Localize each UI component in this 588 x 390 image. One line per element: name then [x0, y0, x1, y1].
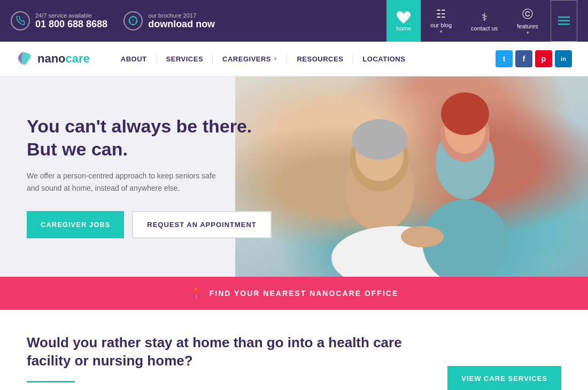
features-arrow: ▼	[525, 30, 530, 35]
hamburger-menu[interactable]	[551, 0, 577, 42]
top-bar-left: 24/7 service available 01 800 688 8688 o…	[11, 11, 386, 30]
caregiver-jobs-button[interactable]: CAREGIVER JOBS	[27, 211, 124, 238]
bottom-right: VIEW CARE SERVICES	[447, 334, 561, 390]
nav-links: ABOUT SERVICES CAREGIVERS ▼ RESOURCES LO…	[111, 42, 485, 76]
nav-locations[interactable]: LOCATIONS	[353, 42, 415, 76]
twitter-icon[interactable]: t	[496, 50, 513, 67]
linkedin-icon[interactable]: in	[555, 50, 572, 67]
nav-features[interactable]: ⓒ features ▼	[507, 0, 548, 42]
nav-blog[interactable]: ☷ our blog ▼	[421, 0, 461, 42]
social-icons: t f p in	[496, 50, 572, 67]
pinterest-icon[interactable]: p	[535, 50, 552, 67]
stethoscope-icon: ⚕	[482, 11, 488, 24]
phone-icon	[11, 11, 30, 30]
find-office-text: FIND YOUR NEAREST NANOCARE OFFICE	[210, 289, 399, 298]
nav-services[interactable]: SERVICES	[157, 42, 213, 76]
hamburger-icon	[558, 17, 570, 25]
appointment-button[interactable]: REQUEST AN APPOINTMENT	[132, 211, 272, 238]
hero-title: You can't always be there.But we can.	[27, 115, 279, 160]
top-bar: 24/7 service available 01 800 688 8688 o…	[0, 0, 588, 42]
svg-rect-3	[558, 24, 570, 25]
bottom-title: Would you rather stay at home than go in…	[27, 334, 426, 370]
logo-text: nanocare	[37, 52, 90, 66]
hero-section: You can't always be there.But we can. We…	[0, 76, 588, 277]
hero-buttons: CAREGIVER JOBS REQUEST AN APPOINTMENT	[27, 211, 279, 238]
bottom-left: Would you rather stay at home than go in…	[27, 334, 426, 390]
wp-icon: ⓒ	[522, 7, 533, 21]
svg-rect-1	[558, 17, 570, 18]
nav-about[interactable]: ABOUT	[111, 42, 157, 76]
brochure-icon	[123, 11, 143, 30]
view-care-services-button[interactable]: VIEW CARE SERVICES	[447, 366, 561, 390]
location-pin-icon: 📍	[190, 287, 203, 300]
svg-point-7	[352, 119, 407, 160]
home-heart-icon	[396, 10, 411, 25]
facebook-icon[interactable]: f	[515, 50, 532, 67]
top-bar-nav: home ☷ our blog ▼ ⚕ contact us ⓒ feature…	[386, 0, 577, 42]
main-nav: nanocare ABOUT SERVICES CAREGIVERS ▼ RES…	[0, 42, 588, 76]
nav-resources[interactable]: RESOURCES	[287, 42, 353, 76]
logo-icon	[16, 50, 33, 67]
svg-point-11	[441, 92, 489, 135]
brochure-text: our brochure 2017 download now	[148, 12, 215, 30]
find-office-banner[interactable]: 📍 FIND YOUR NEAREST NANOCARE OFFICE	[0, 277, 588, 310]
blog-arrow: ▼	[439, 29, 443, 34]
blog-icon: ☷	[436, 7, 446, 20]
brochure-item[interactable]: our brochure 2017 download now	[123, 11, 215, 30]
hero-content: You can't always be there.But we can. We…	[0, 76, 306, 277]
nav-contact[interactable]: ⚕ contact us	[461, 0, 507, 42]
svg-point-14	[401, 226, 444, 247]
hero-subtitle: We offer a person-centred approach to ke…	[27, 170, 230, 194]
phone-text: 24/7 service available 01 800 688 8688	[35, 12, 107, 30]
svg-rect-2	[558, 20, 570, 22]
nav-home[interactable]: home	[386, 0, 421, 42]
caregivers-arrow: ▼	[273, 57, 277, 61]
bottom-divider	[27, 381, 75, 383]
logo[interactable]: nanocare	[16, 50, 90, 67]
nav-caregivers[interactable]: CAREGIVERS ▼	[213, 42, 287, 76]
bottom-section: Would you rather stay at home than go in…	[0, 310, 588, 390]
phone-item: 24/7 service available 01 800 688 8688	[11, 11, 107, 30]
